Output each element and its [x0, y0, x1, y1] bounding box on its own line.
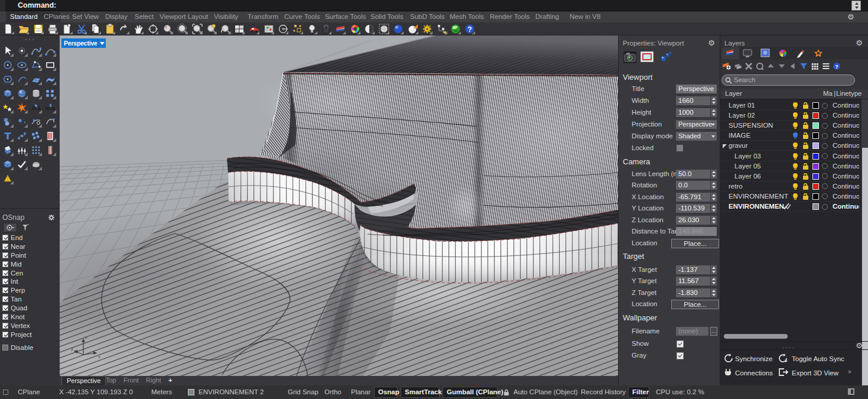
- svg-text:y: y: [71, 346, 73, 351]
- svg-text:?: ?: [835, 64, 838, 70]
- svg-text:x: x: [98, 354, 100, 359]
- svg-text:z: z: [85, 335, 87, 340]
- svg-text:?: ?: [467, 25, 472, 34]
